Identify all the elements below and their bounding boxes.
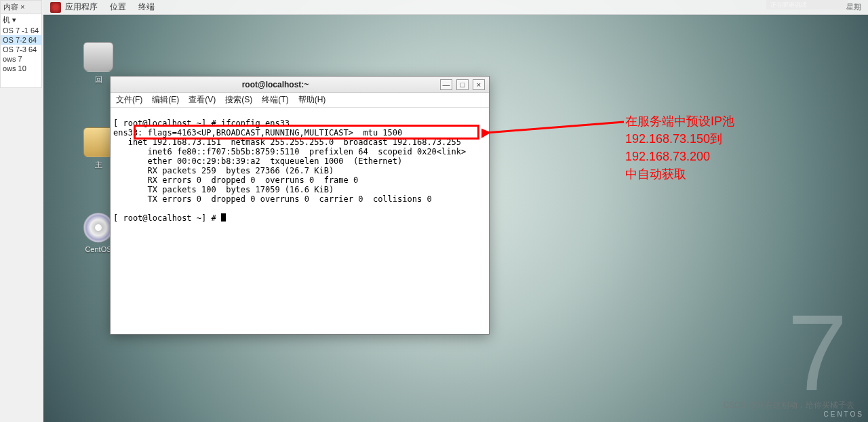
menu-terminal[interactable]: 终端(T) — [262, 94, 288, 106]
gnome-menu-terminal[interactable]: 终端 — [138, 1, 155, 13]
menu-edit[interactable]: 编辑(E) — [152, 94, 179, 106]
term-line: TX packets 100 bytes 17059 (16.6 KiB) — [113, 185, 334, 194]
cursor-icon — [221, 213, 226, 221]
terminal-titlebar[interactable]: root@localhost:~ — □ × — [111, 77, 489, 93]
term-line: RX packets 259 bytes 27366 (26.7 KiB) — [113, 166, 334, 175]
terminal-title: root@localhost:~ — [111, 80, 440, 89]
vm-item-3[interactable]: ows 7 — [1, 54, 41, 64]
vm-item-0[interactable]: OS 7 -1 64 — [1, 26, 41, 35]
activities-icon[interactable] — [50, 2, 61, 13]
annot-line: 192.168.73.200 — [625, 148, 802, 165]
term-line: ens33: flags=4163<UP,BROADCAST,RUNNING,M… — [113, 128, 402, 138]
term-line-highlight: inet 192.168.73.151 netmask 255.255.255.… — [113, 138, 461, 147]
vm-sidebar-header: 内容 × — [1, 1, 41, 14]
close-button[interactable]: × — [473, 79, 485, 90]
home-icon — [83, 127, 113, 157]
term-line: inet6 fe80::f707:5b5b:8759:5110 prefixle… — [113, 147, 466, 156]
trash-icon — [83, 42, 113, 72]
terminal-body[interactable]: [ root@localhost ~] # ifconfig ens33 ens… — [111, 108, 489, 334]
terminal-window[interactable]: root@localhost:~ — □ × 文件(F) 编辑(E) 查看(V)… — [110, 76, 490, 335]
minimize-button[interactable]: — — [440, 79, 452, 90]
menu-help[interactable]: 帮助(H) — [298, 94, 326, 106]
term-line: TX errors 0 dropped 0 overruns 0 carrier… — [113, 194, 432, 204]
vm-sidebar: 内容 × 机 ▾ OS 7 -1 64 OS 7-2 64 OS 7-3 64 … — [0, 0, 42, 88]
cd-icon — [83, 213, 113, 242]
vm-item-1[interactable]: OS 7-2 64 — [1, 35, 41, 45]
maximize-button[interactable]: □ — [456, 79, 469, 90]
wallpaper-label: CENTOS — [824, 410, 865, 418]
menu-search[interactable]: 搜索(S) — [225, 94, 252, 106]
vm-item-2[interactable]: OS 7-3 64 — [1, 45, 41, 54]
annot-line: 中自动获取 — [625, 165, 802, 183]
term-line: [ root@localhost ~] # ifconfig ens33 — [113, 119, 290, 128]
menu-file[interactable]: 文件(F) — [116, 94, 142, 106]
menu-view[interactable]: 查看(V) — [189, 94, 216, 106]
sidebar-header-text: 内容 × — [3, 2, 24, 12]
gnome-menu-places[interactable]: 位置 — [110, 1, 126, 13]
vm-item-4[interactable]: ows 10 — [1, 64, 41, 73]
gnome-clock: 星期 — [846, 2, 861, 12]
gnome-bar: 应用程序 位置 终端 星期 — [43, 0, 868, 15]
wallpaper-number: 7 — [787, 291, 848, 415]
gnome-menu-apps[interactable]: 应用程序 — [65, 1, 98, 13]
vm-dropdown[interactable]: 机 ▾ — [1, 14, 41, 26]
annot-line: 192.168.73.150到 — [625, 130, 802, 148]
watermark: CSDN @站在这别动，给你买橘子去 — [723, 400, 854, 411]
term-prompt: [ root@localhost ~] # — [113, 213, 221, 223]
term-line: ether 00:0c:29:b8:39:a2 txqueuelen 1000 … — [113, 156, 402, 166]
term-line: RX errors 0 dropped 0 overruns 0 frame 0 — [113, 175, 358, 185]
annotation-text: 在服务端中预设IP池 192.168.73.150到 192.168.73.20… — [625, 112, 802, 183]
annot-line: 在服务端中预设IP池 — [625, 112, 802, 130]
terminal-menubar: 文件(F) 编辑(E) 查看(V) 搜索(S) 终端(T) 帮助(H) — [111, 93, 489, 108]
